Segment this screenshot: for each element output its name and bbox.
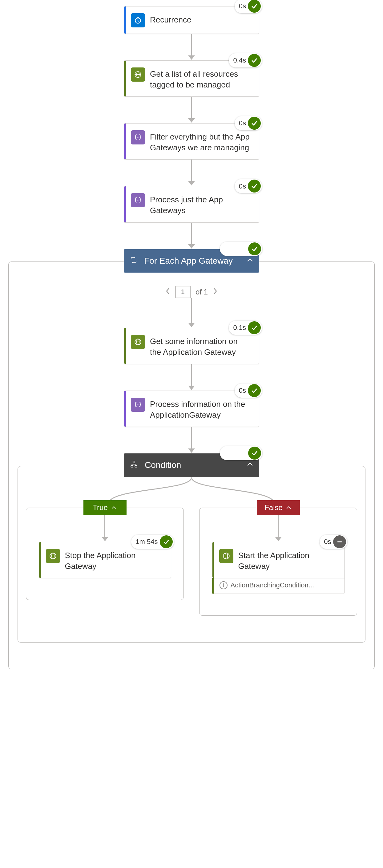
card-stripe (124, 328, 126, 364)
svg-marker-14 (188, 448, 195, 453)
condition-body: True (18, 466, 365, 643)
step-filter[interactable]: Filter everything but the App Gateways w… (124, 123, 259, 160)
svg-point-10 (135, 339, 141, 345)
svg-point-7 (137, 200, 138, 201)
connector-arrow (188, 364, 195, 391)
step-label: Filter everything but the App Gateways w… (150, 130, 252, 153)
braces-icon (131, 130, 145, 145)
duration-text: 0s (239, 386, 246, 395)
connector-arrow (188, 97, 195, 123)
braces-icon (131, 193, 145, 207)
card-stripe (213, 542, 214, 578)
step-recurrence[interactable]: Recurrence 0s (124, 6, 259, 34)
globe-icon (131, 67, 145, 82)
iteration-pager: of 1 (165, 286, 218, 298)
globe-icon (46, 549, 60, 563)
check-icon (248, 446, 261, 460)
branch-true-label: True (93, 503, 107, 512)
status-badge: 1m 54s (220, 446, 262, 460)
info-icon: i (220, 581, 227, 589)
clock-icon (131, 13, 145, 27)
globe-icon (219, 549, 233, 563)
loop-icon (130, 256, 137, 266)
svg-marker-12 (188, 385, 195, 390)
condition-icon (130, 460, 138, 470)
step-get-info[interactable]: Get some information on the Application … (124, 328, 259, 364)
connector-arrow (188, 34, 195, 60)
svg-point-0 (135, 18, 140, 23)
step-get-list[interactable]: Get a list of all resources tagged to be… (124, 60, 259, 97)
svg-marker-6 (188, 181, 195, 185)
svg-point-23 (225, 553, 227, 559)
status-badge: 1m 54s (131, 535, 173, 549)
svg-point-22 (223, 553, 229, 559)
step-label: Recurrence (150, 12, 252, 25)
status-badge: 0s (234, 0, 262, 13)
duration-text: 1m 54s (135, 537, 158, 547)
branch-true: True (26, 500, 184, 600)
status-badge: 0s (234, 116, 262, 130)
chevron-up-icon (246, 459, 254, 469)
card-stripe (39, 542, 41, 578)
branch-false-label: False (264, 503, 283, 512)
svg-marker-18 (102, 537, 108, 541)
svg-rect-16 (131, 465, 133, 467)
step-condition-header[interactable]: Condition 1m 54s (124, 454, 259, 477)
duration-text: 0.1s (233, 323, 246, 332)
svg-point-19 (50, 553, 56, 559)
duration-text: 0s (239, 2, 246, 11)
pager-prev-button[interactable] (165, 287, 170, 297)
step-start-gw[interactable]: Start the Application Gateway 0s (212, 542, 345, 578)
svg-point-3 (137, 71, 139, 78)
pager-next-button[interactable] (213, 287, 218, 297)
step-label: Get some information on the Application … (150, 334, 252, 358)
duration-text: 0.4s (233, 56, 246, 65)
chevron-up-icon (246, 255, 254, 265)
check-icon (248, 54, 261, 67)
check-icon (248, 384, 261, 397)
svg-point-11 (137, 339, 139, 345)
svg-point-2 (135, 71, 141, 78)
duration-text: 0s (239, 119, 246, 128)
step-stop-gw[interactable]: Stop the Application Gateway 1m 54s (39, 542, 171, 578)
message-text: ActionBranchingCondition... (231, 581, 314, 589)
pager-current-input[interactable] (175, 286, 191, 298)
check-icon (248, 180, 261, 192)
branch-false-header[interactable]: False (257, 500, 300, 515)
step-process-info[interactable]: Process information on the ApplicationGa… (124, 391, 259, 427)
step-foreach-header[interactable]: For Each App Gateway 1m 55s (124, 249, 259, 273)
duration-text: 0s (324, 537, 331, 547)
status-badge: 0.1s (229, 321, 262, 335)
branch-false-body: Start the Application Gateway 0s (199, 507, 357, 616)
card-stripe (124, 124, 126, 159)
card-stripe (124, 6, 126, 34)
connector-arrow (102, 515, 108, 542)
card-stripe (124, 391, 126, 427)
status-badge: 0.4s (229, 53, 262, 67)
connector-arrow (188, 160, 195, 186)
check-icon (248, 242, 261, 255)
duration-text: 1m 55s (224, 245, 246, 253)
step-start-gw-container: Start the Application Gateway 0s (212, 542, 345, 594)
svg-marker-4 (188, 118, 195, 123)
duration-text: 1m 54s (224, 449, 246, 457)
svg-marker-1 (188, 56, 195, 60)
status-badge: 1m 55s (220, 242, 262, 256)
card-stripe (124, 61, 126, 96)
foreach-body: of 1 Get some information on the Applica… (8, 261, 375, 670)
status-badge: 0s (320, 535, 347, 549)
svg-marker-21 (275, 537, 282, 541)
branch-true-header[interactable]: True (84, 500, 127, 515)
svg-rect-15 (133, 461, 135, 463)
svg-point-20 (52, 553, 54, 559)
branch-false: False (199, 500, 357, 616)
svg-marker-9 (188, 323, 195, 327)
check-icon (248, 0, 261, 12)
step-label: Get a list of all resources tagged to be… (150, 67, 252, 90)
svg-marker-8 (188, 244, 195, 249)
connector-arrow (275, 515, 282, 542)
connector-arrow (188, 298, 195, 328)
step-message: i ActionBranchingCondition... (214, 578, 344, 594)
step-label: Start the Application Gateway (238, 548, 337, 572)
step-process-just[interactable]: Process just the App Gateways 0s (124, 186, 259, 222)
